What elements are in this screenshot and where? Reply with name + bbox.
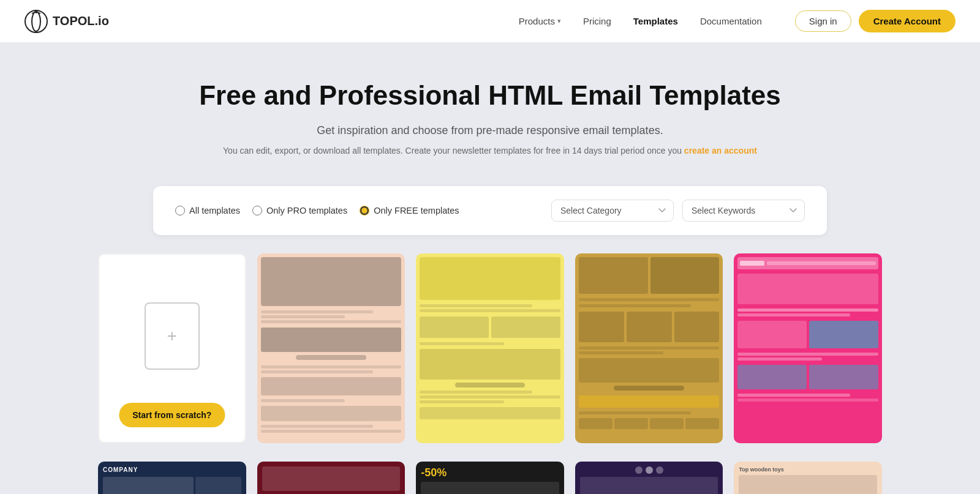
template-card-row2-3[interactable]: -50% [416,462,564,494]
template-card-row2-1[interactable]: COMPANY [98,462,246,494]
nav-links: Products ▾ Pricing Templates Documentati… [510,11,771,31]
template-card-row2-2[interactable] [257,462,405,494]
signin-button[interactable]: Sign in [795,10,851,32]
filter-pro-templates[interactable]: Only PRO templates [252,206,347,215]
hero-note: You can edit, export, or download all te… [12,146,968,155]
logo-text: TOPOL.io [53,14,109,28]
filter-pro-label: Only PRO templates [266,206,347,215]
row2-card-1-label: COMPANY [103,466,241,473]
create-account-button[interactable]: Create Account [859,10,956,32]
row2-card-3-label: -50% [421,466,559,479]
filter-free-templates[interactable]: Only FREE templates [360,206,459,215]
hero-subtitle: Get inspiration and choose from pre-made… [12,124,968,137]
template-preview-2 [416,253,564,443]
template-card-row2-5[interactable]: Top wooden toys [734,462,882,494]
filter-all-radio[interactable] [175,206,185,215]
filter-pro-radio[interactable] [252,206,262,215]
filter-all-label: All templates [189,206,240,215]
template-preview-4 [734,253,882,443]
template-grid-row2: COMPANY -50% [80,462,900,494]
navbar: TOPOL.io Products ▾ Pricing Templates Do… [0,0,980,43]
template-card-4[interactable] [734,253,882,443]
template-card-row2-4[interactable] [575,462,723,494]
logo-icon [24,10,48,33]
filter-free-label: Only FREE templates [374,206,459,215]
template-card-1[interactable] [257,253,405,443]
filter-bar: All templates Only PRO templates Only FR… [153,186,827,235]
row2-card-5-label: Top wooden toys [739,466,877,473]
nav-products[interactable]: Products ▾ [510,11,570,31]
svg-point-1 [32,12,40,31]
hero-note-pre: You can edit, export, or download all te… [223,146,684,155]
svg-point-0 [25,10,47,32]
filter-all-templates[interactable]: All templates [175,206,240,215]
scratch-template-card[interactable]: + Start from scratch? [98,253,246,443]
template-card-3[interactable] [575,253,723,443]
category-select[interactable]: Select Category [551,200,674,222]
hero-section: Free and Professional HTML Email Templat… [0,43,980,180]
template-grid-row1: + Start from scratch? [80,253,900,462]
nav-actions: Sign in Create Account [795,10,956,32]
keywords-select[interactable]: Select Keywords [682,200,805,222]
start-from-scratch-button[interactable]: Start from scratch? [119,403,225,427]
filter-free-radio[interactable] [360,206,369,215]
plus-icon: + [167,327,177,345]
create-account-link[interactable]: create an account [684,146,757,155]
filter-selects: Select Category Select Keywords [551,200,805,222]
chevron-down-icon: ▾ [557,17,561,25]
nav-pricing[interactable]: Pricing [575,11,620,31]
template-preview-1 [257,253,405,443]
hero-title: Free and Professional HTML Email Templat… [12,80,968,112]
logo[interactable]: TOPOL.io [24,10,109,33]
nav-documentation[interactable]: Documentation [692,11,771,31]
template-card-2[interactable] [416,253,564,443]
template-preview-3 [575,253,723,443]
filter-radio-group: All templates Only PRO templates Only FR… [175,206,459,215]
new-document-icon: + [145,302,200,370]
nav-templates[interactable]: Templates [625,11,687,31]
